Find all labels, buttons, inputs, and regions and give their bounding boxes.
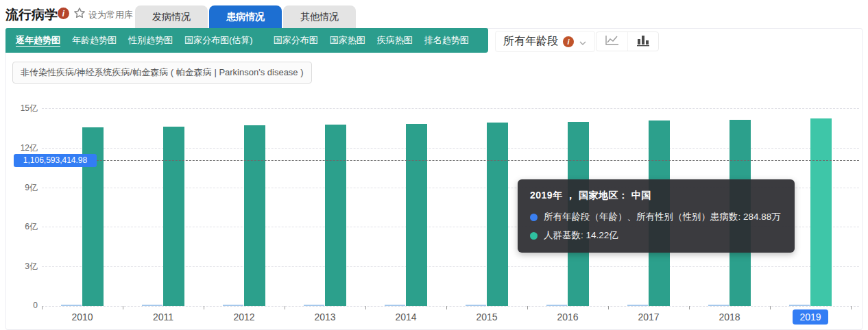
series-dot-icon	[530, 214, 538, 221]
chart-view-toggles	[596, 31, 659, 51]
line-chart-icon	[605, 34, 620, 49]
subtab-国家分布图[interactable]: 国家分布图	[274, 34, 318, 47]
epidemiology-page: 流行病学 i 设为常用库 发病情况患病情况其他情况 逐年趋势图年龄趋势图性别趋势…	[0, 0, 868, 330]
tooltip-series-text: 人群基数: 14.22亿	[544, 229, 618, 242]
bar-chart-toggle[interactable]	[627, 32, 658, 51]
subtab-逐年趋势图[interactable]: 逐年趋势图	[16, 34, 60, 47]
tab-发病情况[interactable]: 发病情况	[135, 5, 208, 28]
subtab-疾病热图[interactable]: 疾病热图	[377, 34, 413, 47]
tab-患病情况[interactable]: 患病情况	[209, 5, 282, 28]
chart-type-subtabs: 逐年趋势图年龄趋势图性别趋势图国家分布图(估算)国家分布图国家热图疾病热图排名趋…	[5, 28, 488, 53]
subtab-性别趋势图[interactable]: 性别趋势图	[128, 34, 173, 47]
line-chart-toggle[interactable]	[596, 32, 627, 51]
tooltip-title: 2019年 ， 国家地区： 中国	[530, 190, 782, 202]
set-favorite-label[interactable]: 设为常用库	[88, 9, 133, 21]
tooltip-series-text: 所有年龄段（年龄）、所有性别（性别）患病数: 284.88万	[544, 211, 781, 223]
subtab-排名趋势图[interactable]: 排名趋势图	[424, 34, 469, 47]
info-icon[interactable]: i	[58, 8, 69, 19]
subtab-年龄趋势图[interactable]: 年龄趋势图	[72, 34, 117, 47]
subtab-国家分布图(估算)[interactable]: 国家分布图(估算)	[184, 34, 253, 47]
star-icon[interactable]	[73, 6, 86, 20]
age-group-select[interactable]: 所有年龄段 i	[495, 31, 595, 52]
age-group-value: 所有年龄段	[503, 34, 558, 49]
chevron-down-icon	[579, 38, 587, 46]
subtab-国家热图[interactable]: 国家热图	[330, 34, 365, 47]
info-icon[interactable]: i	[563, 36, 574, 47]
tooltip-series-row: 人群基数: 14.22亿	[530, 229, 782, 242]
tab-其他情况[interactable]: 其他情况	[283, 5, 356, 28]
disease-filter-tag[interactable]: 非传染性疾病/神经系统疾病/帕金森病 ( 帕金森病 | Parkinson's …	[12, 62, 312, 84]
page-title: 流行病学	[5, 6, 58, 24]
series-dot-icon	[530, 232, 538, 240]
chart-tooltip: 2019年 ， 国家地区： 中国 所有年龄段（年龄）、所有性别（性别）患病数: …	[518, 179, 795, 253]
top-tabs: 发病情况患病情况其他情况	[135, 5, 356, 28]
bar-chart-icon	[636, 34, 651, 49]
tooltip-series-row: 所有年龄段（年龄）、所有性别（性别）患病数: 284.88万	[530, 211, 782, 223]
